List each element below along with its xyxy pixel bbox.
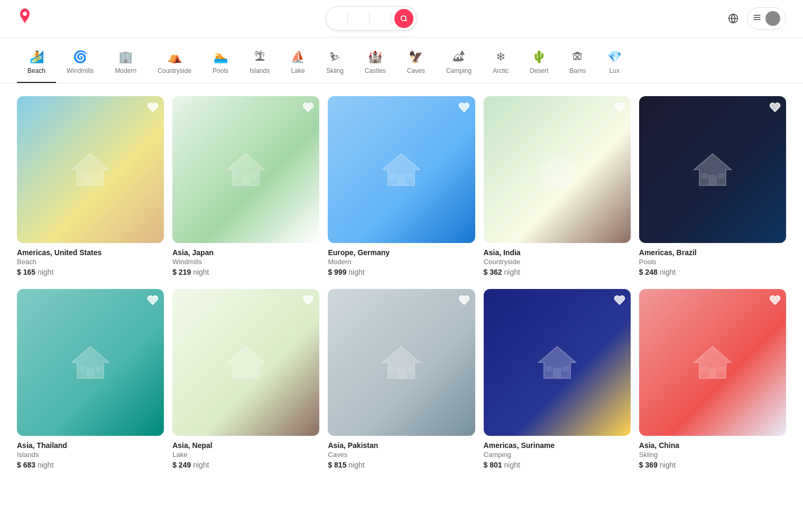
svg-rect-39 [407,366,413,371]
listing-card-3[interactable]: Europe, Germany Modern $ 999 night [328,96,475,276]
pools-label: Pools [213,67,228,74]
favorite-button-4[interactable] [614,101,625,115]
svg-rect-43 [562,366,569,371]
logo[interactable] [17,8,36,29]
listing-image-2 [172,96,319,243]
svg-rect-15 [251,173,257,179]
airbnb-logo-icon [17,8,33,29]
category-item-castles[interactable]: 🏰 Castles [354,46,396,83]
listing-price-2: $ 219 night [172,268,319,276]
listing-card-5[interactable]: Americas, Brazil Pools $ 248 night [639,96,786,276]
favorite-button-9[interactable] [614,294,625,307]
listing-image-4 [484,96,631,243]
lake-icon: ⛵ [291,50,305,64]
listing-price-5: $ 248 night [639,268,786,276]
islands-icon: 🏝 [254,50,265,64]
arctic-label: Arctic [493,67,509,74]
listing-price-9: $ 801 night [484,461,631,469]
listing-image-1 [17,96,164,243]
svg-rect-23 [562,173,569,179]
avatar [765,11,780,26]
listing-type-6: Islands [17,451,164,459]
svg-rect-45 [708,368,717,378]
category-item-modern[interactable]: 🏢 Modern [104,46,147,83]
listing-location-2: Asia, Japan [172,248,319,257]
castles-label: Castles [365,67,386,74]
svg-rect-25 [708,175,717,185]
svg-point-7 [771,15,775,18]
svg-rect-26 [701,173,707,179]
listing-card-10[interactable]: Asia, China Skiing $ 369 night [639,289,786,469]
category-item-pools[interactable]: 🏊 Pools [202,46,239,83]
listing-card-9[interactable]: Americas, Suriname Camping $ 801 night [484,289,631,469]
search-any-week[interactable] [348,12,370,25]
listing-card-1[interactable]: Americas, United States Beach $ 165 nigh… [17,96,164,276]
category-item-caves[interactable]: 🦅 Caves [396,46,436,83]
svg-rect-29 [86,368,95,378]
svg-rect-27 [718,173,724,179]
svg-rect-34 [234,366,241,371]
favorite-button-5[interactable] [769,101,781,115]
listing-image-10 [639,289,786,436]
listing-type-2: Windmills [172,258,319,266]
search-bar[interactable] [326,6,417,31]
beach-label: Beach [27,67,45,74]
listing-card-7[interactable]: Asia, Nepal Lake $ 249 night [172,289,319,469]
listing-type-5: Pools [639,258,786,266]
favorite-button-7[interactable] [302,294,314,307]
search-button[interactable] [394,9,413,28]
svg-rect-19 [407,173,413,179]
listing-type-4: Countryside [484,258,631,266]
barns-icon: 🏚 [572,50,584,64]
listing-location-3: Europe, Germany [328,248,475,257]
category-item-countryside[interactable]: ⛺ Countryside [147,46,202,83]
countryside-label: Countryside [158,67,191,74]
favorite-button-10[interactable] [769,294,781,307]
listing-type-7: Lake [172,451,319,459]
listing-type-8: Caves [328,451,475,459]
favorite-button-2[interactable] [302,101,314,115]
windmills-label: Windmills [67,67,94,74]
listing-card-8[interactable]: Asia, Pakistan Caves $ 815 night [328,289,475,469]
category-item-islands[interactable]: 🏝 Islands [239,46,280,83]
category-item-windmills[interactable]: 🌀 Windmills [56,46,104,83]
lake-label: Lake [291,67,305,74]
listing-location-8: Asia, Pakistan [328,441,475,450]
category-item-lake[interactable]: ⛵ Lake [280,46,316,83]
category-item-beach[interactable]: 🏄 Beach [17,46,56,83]
category-item-barns[interactable]: 🏚 Barns [559,46,596,83]
listing-image-8 [328,289,475,436]
svg-rect-17 [397,175,405,185]
right-nav [707,7,786,30]
search-anywhere[interactable] [326,12,348,25]
svg-rect-9 [86,175,95,185]
listing-location-6: Asia, Thailand [17,441,164,450]
language-button[interactable] [724,9,743,28]
barns-label: Barns [569,67,586,74]
category-item-desert[interactable]: 🌵 Desert [519,46,559,83]
favorite-button-1[interactable] [147,101,159,115]
category-item-camping[interactable]: 🏕 Camping [436,46,482,83]
category-item-arctic[interactable]: ❄ Arctic [482,46,519,83]
favorite-button-8[interactable] [458,294,470,307]
category-item-skiing[interactable]: ⛷ Skiing [316,46,354,83]
main-content: Americas, United States Beach $ 165 nigh… [0,83,803,482]
listing-card-4[interactable]: Asia, India Countryside $ 362 night [484,96,631,276]
favorite-button-6[interactable] [147,294,159,307]
listing-image-7 [172,289,319,436]
listing-card-6[interactable]: Asia, Thailand Islands $ 683 night [17,289,164,469]
skiing-icon: ⛷ [329,50,341,64]
favorite-button-3[interactable] [458,101,470,115]
svg-line-1 [405,20,407,22]
listing-image-5 [639,96,786,243]
menu-profile-button[interactable] [747,7,786,30]
header [0,0,803,38]
listing-price-7: $ 249 night [172,461,319,469]
search-add-guests[interactable] [370,12,391,25]
host-link[interactable] [707,14,719,23]
listing-card-2[interactable]: Asia, Japan Windmills $ 219 night [172,96,319,276]
category-item-lux[interactable]: 💎 Lux [597,46,632,83]
svg-rect-13 [242,175,250,185]
arctic-icon: ❄ [496,50,505,64]
svg-rect-33 [242,368,250,378]
